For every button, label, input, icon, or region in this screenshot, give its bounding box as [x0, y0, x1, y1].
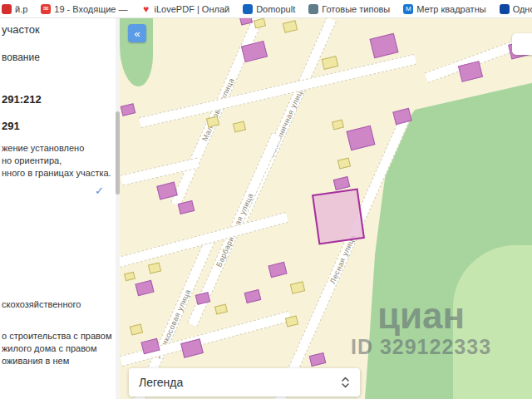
building-plot — [337, 157, 351, 169]
building-plot — [124, 271, 135, 281]
building-residential — [178, 200, 195, 214]
map-control-button[interactable] — [512, 33, 532, 55]
selected-parcel[interactable] — [312, 188, 365, 244]
building-plot — [285, 315, 298, 327]
bookmark-item[interactable]: ✉19 - Входящие — — [41, 4, 127, 14]
heart-favicon-icon: ♥ — [141, 4, 151, 14]
bookmark-label: Одноэтажный Д — [513, 4, 532, 14]
building-residential — [239, 18, 253, 26]
building-residential — [121, 103, 135, 116]
bookmark-label: Готовые типовы — [322, 4, 390, 14]
building-residential — [140, 337, 160, 353]
favicon-icon — [243, 4, 253, 14]
legend-dropdown[interactable]: Легенда — [129, 368, 360, 397]
building-plot — [206, 116, 219, 127]
building-residential — [244, 289, 262, 303]
building-plot — [148, 262, 161, 273]
building-residential — [268, 261, 287, 277]
sidebar-text-line: но ориентира, — [2, 155, 62, 165]
building-residential — [309, 352, 327, 367]
bookmark-item[interactable]: ♥iLovePDF | Онлай — [141, 4, 230, 14]
bookmark-label: Метр квадратны — [416, 4, 485, 14]
sidebar-text-line: оживания в нем — [2, 356, 69, 366]
mail-favicon-icon: ✉ — [41, 4, 51, 14]
building-plot — [290, 281, 305, 294]
sidebar-text-line: 291 — [2, 120, 20, 132]
sidebar-text-line: о строительства с правом — [2, 331, 112, 341]
building-plot — [253, 18, 265, 28]
checkmark-icon: ✓ — [95, 185, 104, 197]
expand-collapse-icon — [341, 376, 350, 389]
bookmark-item[interactable]: ММетр квадратны — [403, 4, 485, 14]
building-residential — [370, 33, 399, 59]
building-residential — [241, 41, 268, 62]
sidebar-text-line: жилого дома с правом — [2, 343, 97, 353]
building-residential — [458, 61, 483, 82]
legend-label: Легенда — [139, 376, 183, 389]
bookmark-label: 19 - Входящие — — [54, 4, 127, 14]
favicon-icon — [308, 4, 318, 14]
sidebar-text-line: жение установлено — [2, 143, 84, 153]
bookmarks-bar: й.р✉19 - Входящие —♥iLovePDF | ОнлайDomo… — [0, 0, 532, 18]
building-plot — [283, 20, 298, 33]
bookmark-label: й.р — [15, 4, 27, 14]
building-residential — [156, 181, 177, 200]
sidebar-text-line: скохозяйственного — [2, 299, 81, 309]
bookmark-item[interactable]: й.р — [2, 4, 27, 14]
favicon-icon — [500, 4, 510, 14]
sidebar-text-line: 291:212 — [2, 93, 42, 106]
building-residential — [392, 108, 411, 125]
sidebar-panel: участоквование291:212291жение установлен… — [0, 18, 116, 399]
building-plot — [233, 121, 246, 132]
building-plot — [331, 120, 343, 131]
sidebar-text-line: нного в границах участка. — [2, 168, 111, 178]
bookmark-label: iLovePDF | Онлай — [155, 4, 230, 14]
building-residential — [333, 176, 351, 190]
bookmark-label: Domopult — [256, 4, 295, 14]
bookmark-item[interactable]: Готовые типовы — [308, 4, 390, 14]
building-residential — [135, 279, 154, 295]
sidebar-text-line: участок — [2, 23, 40, 36]
bookmark-item[interactable]: Одноэтажный Д — [500, 4, 532, 14]
building-residential — [180, 338, 204, 357]
building-plot — [130, 323, 143, 335]
sidebar-text-line: вование — [2, 52, 40, 63]
favicon-icon — [2, 4, 12, 14]
bookmark-item[interactable]: Domopult — [243, 4, 295, 14]
building-plot — [322, 56, 339, 70]
building-residential — [195, 292, 210, 305]
map-canvas[interactable]: Малиновая улицаЗемляничная улицаБарбарис… — [120, 18, 532, 399]
collapse-panel-button[interactable]: « — [128, 24, 146, 42]
favicon-icon: М — [403, 4, 413, 14]
building-residential — [347, 126, 376, 151]
building-plot — [214, 303, 228, 314]
